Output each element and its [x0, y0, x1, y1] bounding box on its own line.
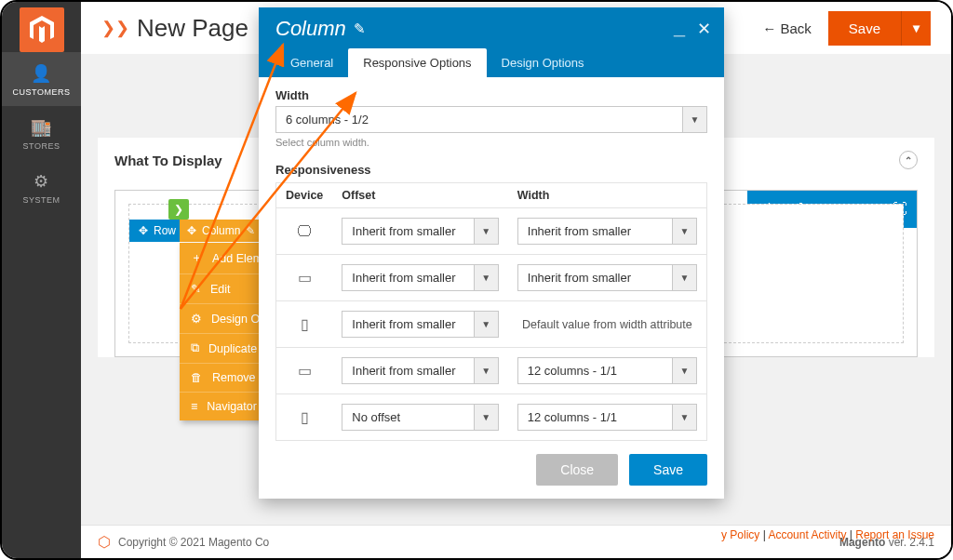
chevron-down-icon: ▼ [474, 265, 498, 290]
magento-logo-small: ⬡ [98, 533, 111, 551]
tab-responsive-options[interactable]: Responsive Options [348, 48, 486, 77]
responsiveness-table: Device Offset Width 🖵 Inherit from small… [275, 182, 707, 441]
width-select[interactable]: 12 columns - 1/1▼ [517, 357, 697, 384]
admin-sidebar: 👤CUSTOMERS 🏬STORES ⚙SYSTEM [2, 2, 81, 558]
offset-select[interactable]: Inherit from smaller▼ [342, 311, 498, 338]
chevron-down-icon: ▼ [672, 219, 696, 244]
trash-icon: 🗑 [191, 371, 203, 384]
width-static-text: Default value from width attribute [508, 301, 707, 348]
footer-link-activity[interactable]: Account Activity [768, 528, 846, 541]
gear-icon: ⚙ [191, 312, 202, 326]
list-icon: ≡ [191, 400, 197, 413]
chevron-down-icon: ▼ [474, 405, 498, 430]
width-select[interactable]: 12 columns - 1/1▼ [517, 404, 697, 431]
chevron-down-icon: ▼ [672, 405, 696, 430]
column-settings-modal: Column ✎ ＿ ✕ General Responsive Options … [259, 7, 724, 499]
minimize-icon[interactable]: ＿ [671, 18, 688, 40]
col-device: Device [276, 183, 333, 208]
desktop-icon: 🖵 [297, 223, 312, 239]
page-title: New Page [137, 14, 248, 43]
col-width: Width [508, 183, 707, 208]
sidebar-item-stores[interactable]: 🏬STORES [2, 106, 81, 160]
move-icon: ✥ [139, 224, 148, 237]
save-dropdown-toggle[interactable]: ▼ [901, 11, 931, 46]
width-select[interactable]: Inherit from smaller▼ [517, 264, 697, 291]
chevron-down-icon: ▼ [474, 358, 498, 383]
panel-title: What To Display [114, 153, 222, 168]
footer-link-policy[interactable]: y Policy [721, 528, 759, 541]
offset-select[interactable]: Inherit from smaller▼ [342, 264, 498, 291]
footer-link-report[interactable]: Report an Issue [855, 528, 934, 541]
back-button[interactable]: ← Back [762, 20, 812, 36]
chevron-down-icon[interactable]: ▼ [682, 107, 706, 132]
row-handle[interactable]: ❯ [168, 199, 189, 220]
save-button[interactable]: Save [828, 11, 901, 46]
modal-title: Column [275, 17, 346, 41]
pencil-icon[interactable]: ✎ [354, 20, 366, 37]
phone-portrait-icon: ▯ [301, 409, 309, 425]
pencil-icon: ✎ [191, 282, 201, 296]
offset-select[interactable]: Inherit from smaller▼ [342, 218, 498, 245]
person-icon: 👤 [2, 63, 81, 84]
table-row: ▭ Inherit from smaller▼ 12 columns - 1/1… [276, 348, 707, 394]
copyright: Copyright © 2021 Magento Co [118, 536, 269, 549]
table-row: ▯ Inherit from smaller▼ Default value fr… [276, 301, 707, 348]
collapse-icon[interactable]: ⌃ [899, 151, 918, 169]
tab-general[interactable]: General [275, 48, 348, 77]
tablet-portrait-icon: ▯ [301, 316, 309, 332]
modal-save-button[interactable]: Save [629, 454, 707, 486]
gear-icon: ⚙ [2, 171, 81, 192]
magento-logo[interactable] [20, 7, 64, 52]
tablet-landscape-icon: ▭ [298, 270, 312, 286]
close-icon[interactable]: ✕ [697, 19, 711, 39]
tab-design-options[interactable]: Design Options [487, 48, 599, 77]
chevron-down-icon: ▼ [474, 219, 498, 244]
store-icon: 🏬 [2, 117, 81, 138]
width-select[interactable]: Inherit from smaller▼ [517, 218, 697, 245]
phone-landscape-icon: ▭ [298, 363, 312, 379]
table-row: ▯ No offset▼ 12 columns - 1/1▼ [276, 394, 707, 441]
sidebar-item-system[interactable]: ⚙SYSTEM [2, 160, 81, 214]
chevron-down-icon: ▼ [672, 265, 696, 290]
chevron-down-icon: ▼ [474, 312, 498, 337]
chevron-right-icon: ❯❯ [101, 18, 129, 38]
pencil-icon[interactable]: ✎ [246, 224, 255, 237]
offset-select[interactable]: Inherit from smaller▼ [342, 357, 498, 384]
move-icon: ✥ [187, 224, 196, 237]
width-field-label: Width [275, 88, 707, 102]
sidebar-item-customers[interactable]: 👤CUSTOMERS [2, 52, 81, 106]
copy-icon: ⧉ [191, 341, 199, 355]
chevron-down-icon: ▼ [672, 358, 696, 383]
row-tag[interactable]: ✥Row [129, 220, 185, 242]
table-row: ▭ Inherit from smaller▼ Inherit from sma… [276, 255, 707, 301]
col-offset: Offset [332, 183, 507, 208]
width-select[interactable]: 6 columns - 1/2 ▼ [275, 106, 707, 133]
modal-close-button[interactable]: Close [536, 454, 618, 486]
width-hint: Select column width. [275, 137, 707, 148]
plus-icon: ＋ [191, 250, 203, 266]
offset-select[interactable]: No offset▼ [342, 404, 498, 431]
responsiveness-label: Responsiveness [275, 163, 707, 177]
table-row: 🖵 Inherit from smaller▼ Inherit from sma… [276, 208, 707, 255]
